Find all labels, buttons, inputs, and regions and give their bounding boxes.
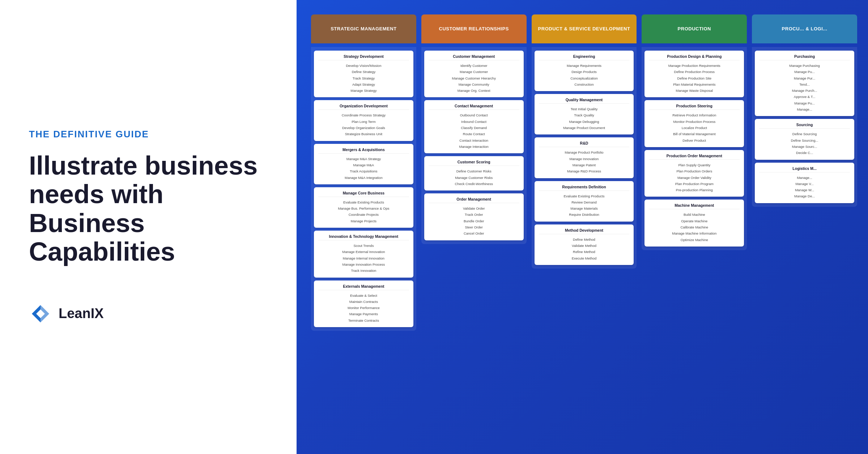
card-title-production-1: Production Steering [649,104,740,110]
card-item-product-0-0: Manage Requirements [539,63,630,69]
col-body-customer: Customer ManagementIdentify CustomerMana… [421,47,527,244]
card-item-procurement-1-0: Define Sourcing [759,131,850,137]
card-title-strategic-5: Externals Management [318,284,409,290]
card-title-production-0: Production Design & Planning [649,54,740,60]
logo-area: LeanIX [29,302,268,325]
column-production: PRODUCTIONProduction Design & PlanningMa… [642,14,747,250]
card-item-production-2-3: Plan Production Program [649,181,740,187]
card-item-product-3-3: Require Distribution [539,211,630,218]
card-item-procurement-0-4: Manage Purch... [759,87,850,94]
card-production-2: Production Order ManagementPlan Supply Q… [644,150,744,197]
card-item-procurement-0-7: Manage... [759,106,850,112]
card-item-strategic-0-2: Track Strategy [318,75,409,81]
card-item-customer-1-5: Manage Interaction [429,144,519,150]
card-item-procurement-0-0: Manage Purchasing [759,63,850,69]
card-item-procurement-2-2: Manage W... [759,187,850,193]
logo-text: LeanIX [59,306,104,321]
card-customer-1: Contact ManagementOutbound ContactInboun… [424,100,524,153]
card-procurement-2: Logistics M...Manage...Manage V...Manage… [755,163,854,203]
col-header-production: PRODUCTION [642,14,747,43]
card-item-customer-1-2: Classify Demand [429,125,519,131]
card-item-strategic-3-3: Manage Projects [318,218,409,224]
card-item-product-1-2: Manage Debugging [539,119,630,125]
card-title-customer-3: Order Management [429,197,519,203]
card-item-procurement-0-2: Manage Pur... [759,75,850,81]
card-title-strategic-0: Strategy Development [318,54,409,60]
col-body-production: Production Design & PlanningManage Produ… [642,47,747,250]
card-item-procurement-2-3: Manage De... [759,193,850,199]
card-title-procurement-1: Sourcing [759,123,850,129]
card-production-3: Machine ManagementBuild MachineOperate M… [644,200,744,246]
card-item-product-0-1: Design Products [539,69,630,75]
card-title-procurement-2: Logistics M... [759,166,850,172]
card-title-customer-2: Customer Scoring [429,160,519,166]
card-item-strategic-2-1: Manage M&A [318,162,409,168]
card-title-strategic-3: Manage Core Business [318,191,409,197]
card-item-production-1-1: Monitor Production Process [649,119,740,125]
columns-wrapper: STRATEGIC MANAGEMENTStrategy Development… [311,14,857,440]
card-item-procurement-1-1: Define Sourcing... [759,137,850,144]
col-header-procurement: PROCU... & LOGI... [752,14,857,43]
card-title-product-1: Quality Management [539,98,630,104]
col-header-product: PRODUCT & SERVICE DEVELOPMENT [532,14,637,43]
column-product: PRODUCT & SERVICE DEVELOPMENTEngineering… [532,14,637,269]
card-item-strategic-0-1: Define Strategy [318,69,409,75]
card-item-strategic-5-2: Monitor Performance [318,305,409,311]
card-item-strategic-4-4: Track Innovation [318,267,409,274]
card-title-customer-1: Contact Management [429,104,519,110]
card-strategic-2: Mergers & AcquisitionsManage M&A Strateg… [314,144,413,184]
guide-label: THE DEFINITIVE GUIDE [29,129,268,140]
card-item-customer-1-0: Outbound Contact [429,112,519,118]
card-item-production-3-3: Manage Machine Information [649,230,740,236]
card-item-procurement-2-1: Manage V... [759,181,850,187]
card-item-procurement-0-5: Approve & T... [759,94,850,100]
card-strategic-3: Manage Core BusinessEvaluate Existing Pr… [314,187,413,228]
card-item-product-2-1: Manage Innovation [539,156,630,162]
card-item-product-1-0: Test Initial Quality [539,106,630,112]
card-item-customer-3-2: Bundle Order [429,218,519,224]
card-item-product-3-2: Manage Materials [539,205,630,211]
card-item-production-2-2: Manage Order Validity [649,175,740,181]
card-item-customer-0-4: Manage Org. Context [429,87,519,94]
card-item-strategic-5-4: Terminate Contracts [318,317,409,324]
card-item-production-0-4: Manage Waste Disposal [649,87,740,94]
col-header-strategic: STRATEGIC MANAGEMENT [311,14,416,43]
card-title-product-0: Engineering [539,54,630,60]
card-item-production-2-1: Plan Production Orders [649,168,740,174]
card-strategic-5: Externals ManagementEvaluate & SelectMai… [314,280,413,327]
card-title-strategic-1: Organization Development [318,104,409,110]
col-header-customer: CUSTOMER RELATIONSHIPS [421,14,527,43]
card-item-production-1-3: Bill of Material Management [649,131,740,137]
card-item-production-3-4: Optimize Machine [649,237,740,243]
card-production-0: Production Design & PlanningManage Produ… [644,51,744,97]
card-item-product-3-1: Review Demand [539,199,630,205]
card-item-production-0-1: Define Production Process [649,69,740,75]
card-item-strategic-1-0: Coordinate Process Strategy [318,112,409,118]
main-heading: Illustrate business needs with Business … [29,151,268,266]
card-item-product-2-0: Manage Product Portfolio [539,149,630,155]
svg-marker-0 [32,305,41,322]
card-item-strategic-2-2: Track Acquisitions [318,168,409,174]
card-item-product-4-1: Validate Method [539,243,630,249]
card-item-product-4-2: Refine Method [539,249,630,255]
card-item-strategic-4-0: Scout Trends [318,243,409,249]
column-strategic: STRATEGIC MANAGEMENTStrategy Development… [311,14,416,331]
card-item-customer-1-1: Inbound Contact [429,119,519,125]
card-title-production-3: Machine Management [649,203,740,209]
card-customer-2: Customer ScoringDefine Customer RisksMan… [424,156,524,190]
card-item-production-1-2: Localize Product [649,125,740,131]
col-body-strategic: Strategy DevelopmentDevelop Vision/Missi… [311,47,416,331]
card-strategic-4: Innovation & Technology ManagementScout … [314,231,413,277]
card-item-strategic-0-0: Develop Vision/Mission [318,63,409,69]
card-item-strategic-5-0: Evaluate & Select [318,292,409,299]
card-customer-3: Order ManagementValidate OrderTrack Orde… [424,193,524,240]
card-item-strategic-5-3: Manage Payments [318,311,409,317]
card-title-production-2: Production Order Management [649,154,740,160]
card-title-product-2: R&D [539,141,630,147]
left-panel: THE DEFINITIVE GUIDE Illustrate business… [0,0,297,454]
card-title-customer-0: Customer Management [429,54,519,60]
card-item-strategic-4-1: Manage External Innovation [318,249,409,255]
card-item-customer-0-1: Manage Customer [429,69,519,75]
card-item-product-0-3: Construction [539,81,630,87]
card-item-strategic-5-1: Maintain Contracts [318,299,409,305]
